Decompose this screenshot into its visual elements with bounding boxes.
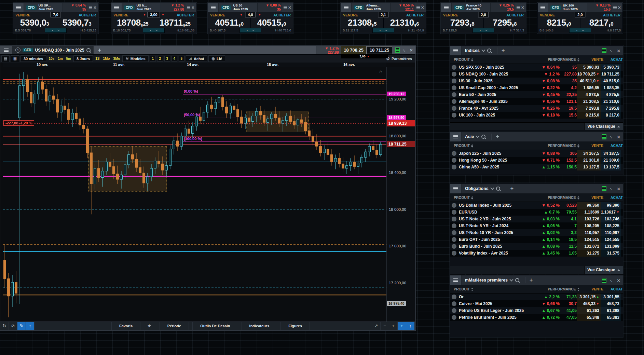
column-performance[interactable]: PERFORMANCE	[535, 195, 579, 200]
mini-chart-icon[interactable]	[602, 48, 606, 53]
menu-icon[interactable]	[13, 3, 24, 12]
row-menu-icon[interactable]: ⋮	[452, 113, 456, 118]
buy-price-button[interactable]: 1 888,35	[601, 84, 621, 91]
search-icon[interactable]	[86, 48, 91, 52]
model-1[interactable]: 1	[150, 56, 156, 62]
buy-price-button[interactable]: 124,555	[601, 236, 621, 243]
column-performance[interactable]: PERFORMANCE	[535, 57, 579, 62]
column-produit[interactable]: PRODUIT	[450, 287, 535, 291]
buy-price-button[interactable]: 5390,73	[56, 17, 98, 28]
star-icon[interactable]: ★	[144, 322, 155, 330]
expand-icon[interactable]: ↔	[608, 277, 615, 284]
close-icon[interactable]: ×	[410, 47, 413, 53]
row-menu-icon[interactable]: ⋮	[452, 158, 456, 163]
drawing-tools-button[interactable]: Outils De Dessin	[192, 322, 238, 330]
model-3[interactable]: 3	[164, 56, 170, 62]
watchlist-row[interactable]: ⋮Cuivre - Mai 2025 ▼ 0,66 %30,7 458,33▼ …	[450, 300, 623, 307]
menu-icon[interactable]	[111, 3, 122, 12]
column-vente[interactable]: VENTE	[580, 144, 604, 148]
sell-price-button[interactable]: 61,363	[577, 307, 601, 314]
row-menu-icon[interactable]: ⋮	[452, 106, 456, 111]
buy-price-button[interactable]: 34 187,5	[601, 150, 621, 157]
sell-price-button[interactable]: 4 873,5	[577, 91, 601, 98]
figures-button[interactable]: Figures	[280, 322, 310, 330]
menu-icon[interactable]	[208, 3, 219, 12]
watchlist-row[interactable]: ⋮France 40 - Avr 2025 ▼ 0,26 %19,5 7 293…	[450, 105, 623, 112]
close-icon[interactable]: ×	[617, 134, 620, 139]
column-achat[interactable]: ACHAT	[603, 287, 623, 291]
mini-chart-icon[interactable]	[395, 47, 400, 53]
row-menu-icon[interactable]: ⋮	[452, 203, 456, 208]
column-produit[interactable]: PRODUIT	[450, 195, 535, 200]
close-icon[interactable]: ×	[617, 186, 620, 191]
row-menu-icon[interactable]: ⋮	[452, 210, 456, 215]
watchlist-row[interactable]: ⋮EUR/USD ▲ 0,7 %79,55 1,13609 1,13617▼	[450, 209, 623, 216]
buy-price-button[interactable]: 7 295,8	[601, 105, 621, 112]
quantity-dropdown[interactable]: -	[45, 28, 67, 33]
expand-icon[interactable]: ↔	[608, 185, 615, 192]
quantity-dropdown[interactable]: -	[372, 28, 394, 33]
buy-price-button[interactable]: 13 137,5	[601, 164, 621, 170]
draw-mode-icon[interactable]: ✎	[17, 322, 26, 330]
chart-buy-price[interactable]: 18 711,25	[367, 46, 392, 54]
watchlist-row[interactable]: ⋮US NDAQ 100 - Juin 2025 ▼ 1,2 %227,88 1…	[450, 71, 623, 78]
close-icon[interactable]: ×	[94, 5, 96, 10]
search-icon[interactable]	[496, 187, 500, 191]
range-1mo[interactable]: 1Mo	[102, 57, 111, 60]
range-3mo[interactable]: 3Mo	[112, 57, 121, 60]
row-menu-icon[interactable]: ⋮	[452, 251, 456, 256]
sell-price-button[interactable]: 99,360	[577, 202, 601, 209]
view-toggle-button[interactable]: Vue Classique	[584, 123, 623, 130]
parameters-button[interactable]: Paramètres	[392, 57, 412, 61]
close-icon[interactable]: ×	[288, 5, 291, 10]
model-2[interactable]: 2	[157, 56, 163, 62]
model-4[interactable]: 4	[172, 56, 177, 62]
watchlist-row[interactable]: ⋮US Small Cap 2000 - Juin 2025 ▼ 0,22 %4…	[450, 84, 623, 91]
expand-icon[interactable]: ↔	[401, 47, 408, 54]
mini-chart-icon[interactable]	[602, 278, 606, 283]
buy-price-button[interactable]: 3 301,55	[601, 293, 621, 300]
sell-price-button[interactable]: 18 708,25▼	[577, 71, 601, 78]
chart-sell-price[interactable]: 18 708,25	[341, 46, 366, 54]
achat-mode-button[interactable]: ⊿Achat	[186, 55, 207, 62]
watchlist-row[interactable]: ⋮Allemagne 40 - Juin 2025 ▼ 0,56 %121,1 …	[450, 98, 623, 105]
buy-price-button[interactable]: 40 515,0	[601, 78, 621, 84]
watchlist-row[interactable]: ⋮Pétrole Brut Brent - Juin 2025 ▲ 0,72 %…	[450, 314, 623, 321]
row-menu-icon[interactable]: ⋮	[452, 223, 456, 228]
watchlist-row[interactable]: ⋮Japon 225 - Juin 2025 ▼ 0,88 %305 34 16…	[450, 150, 623, 157]
sell-price-button[interactable]: 21308,5	[341, 17, 383, 28]
sell-price-button[interactable]: 31,275	[577, 250, 601, 257]
depth-icon[interactable]	[517, 6, 520, 9]
watchlist-row[interactable]: ⋮Chine A50 - Avr 2025 ▲ 1,15 %150,5 13 1…	[450, 164, 623, 170]
quantity-dropdown[interactable]: -	[143, 28, 165, 33]
models-button[interactable]: ≋Modèles	[122, 55, 148, 62]
row-menu-icon[interactable]: ⋮	[452, 244, 456, 249]
row-menu-icon[interactable]: ⋮	[452, 72, 456, 77]
order-panel-icon[interactable]: ▤	[1, 55, 10, 62]
layout-grid-icon[interactable]: ▦	[11, 55, 19, 62]
timeframe-5m[interactable]: 5m	[65, 57, 72, 60]
row-menu-icon[interactable]: ⋮	[452, 85, 456, 90]
depth-icon[interactable]	[89, 6, 92, 9]
sell-price-button[interactable]: 5390,03	[13, 17, 56, 28]
row-menu-icon[interactable]: ⋮	[452, 92, 456, 97]
close-icon[interactable]: ×	[421, 5, 424, 10]
row-menu-icon[interactable]: ⋮	[452, 301, 456, 306]
menu-icon[interactable]	[450, 46, 462, 55]
sell-price-button[interactable]: 65,348	[577, 314, 601, 321]
sell-price-button[interactable]: 1 886,85	[577, 84, 601, 91]
buy-price-button[interactable]: 8217,0	[580, 17, 622, 28]
row-menu-icon[interactable]: ⋮	[452, 237, 456, 242]
watchlist-row[interactable]: ⋮US T-Note 5 YR - Jui 2024 ▲ 0,06 %7 108…	[450, 222, 623, 229]
buy-price-button[interactable]: 7295,8	[483, 17, 526, 28]
depth-icon[interactable]	[613, 6, 617, 9]
close-icon[interactable]: ×	[521, 5, 524, 10]
buy-price-button[interactable]: 31,575	[601, 250, 621, 257]
chart-plot[interactable]: (0,00 %)(50,00 %)(100,00 %) -227,88 -1,2…	[3, 67, 386, 322]
search-icon[interactable]	[481, 135, 485, 139]
buy-price-button[interactable]: 108,225	[601, 222, 621, 229]
menu-icon[interactable]	[341, 3, 352, 12]
crosshair-icon[interactable]: +	[398, 322, 406, 330]
sell-price-button[interactable]: 18708,25	[111, 17, 154, 28]
price-scale-icon[interactable]: ↕	[26, 322, 35, 330]
